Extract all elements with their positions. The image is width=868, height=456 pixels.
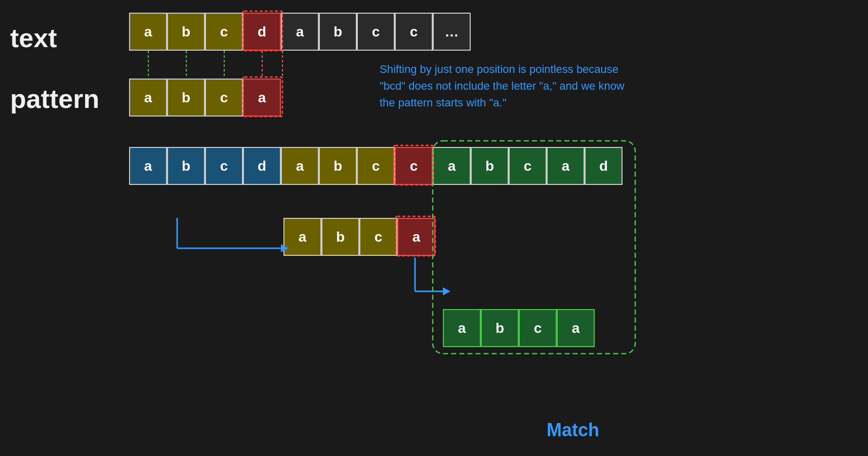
cell-m3: c [205, 147, 243, 185]
top-text-row: a b c d a b c c … [129, 13, 471, 51]
cell-p2: b [167, 79, 205, 117]
pattern-label: pattern [10, 84, 99, 114]
cell-mp4: a [397, 218, 435, 256]
cell-m13: d [585, 147, 623, 185]
bottom-pattern-row: a b c a [443, 309, 595, 347]
cell-t2: b [167, 13, 205, 51]
cell-t6: b [319, 13, 357, 51]
cell-m11: c [509, 147, 547, 185]
cell-m12: a [547, 147, 585, 185]
cell-m6: b [319, 147, 357, 185]
cell-p1: a [129, 79, 167, 117]
mid-text-row: a b c d a b c c a b c a d [129, 147, 623, 185]
cell-bp4: a [557, 309, 595, 347]
cell-t4: d [243, 13, 281, 51]
cell-mp2: b [321, 218, 359, 256]
annotation-text: Shifting by just one position is pointle… [380, 61, 643, 111]
cell-p3: c [205, 79, 243, 117]
cell-m10: b [471, 147, 509, 185]
cell-m4: d [243, 147, 281, 185]
svg-marker-14 [443, 287, 450, 295]
cell-t5: a [281, 13, 319, 51]
cell-m5: a [281, 147, 319, 185]
cell-m1: a [129, 147, 167, 185]
match-label: Match [547, 420, 599, 441]
cell-t9: … [433, 13, 471, 51]
cell-m2: b [167, 147, 205, 185]
cell-m9: a [433, 147, 471, 185]
mid-pattern-row: a b c a [283, 218, 435, 256]
top-pattern-row: a b c a [129, 79, 281, 117]
cell-t1: a [129, 13, 167, 51]
cell-mp1: a [283, 218, 321, 256]
cell-t8: c [395, 13, 433, 51]
cell-bp2: b [481, 309, 519, 347]
cell-p4: a [243, 79, 281, 117]
text-label: text [10, 23, 57, 53]
cell-m8: c [395, 147, 433, 185]
cell-mp3: c [359, 218, 397, 256]
cell-t7: c [357, 13, 395, 51]
cell-m7: c [357, 147, 395, 185]
cell-t3: c [205, 13, 243, 51]
cell-bp1: a [443, 309, 481, 347]
cell-bp3: c [519, 309, 557, 347]
